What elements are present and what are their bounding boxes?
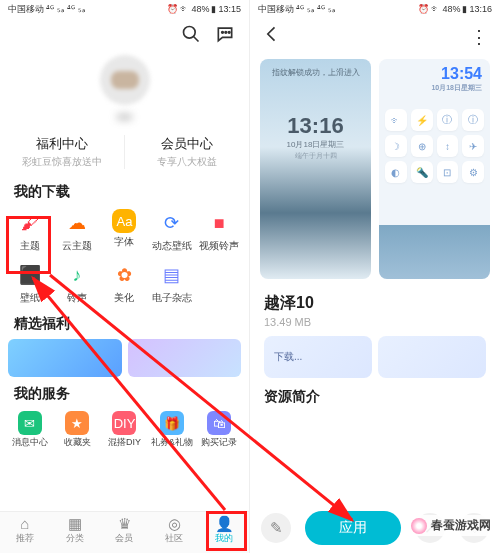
cc-time: 13:54 10月18日星期三 (431, 65, 482, 93)
download-item-beautify[interactable]: ✿美化 (101, 257, 148, 309)
nav-label: 推荐 (0, 532, 50, 545)
search-icon[interactable] (181, 24, 201, 49)
download-item-label: 电子杂志 (148, 291, 195, 305)
username: ••• (0, 109, 249, 125)
download-item-label: 字体 (101, 235, 148, 249)
welfare-title: 福利中心 (4, 135, 120, 153)
extra-card-2[interactable] (378, 336, 486, 378)
svg-line-1 (194, 37, 199, 42)
download-item-label: 壁纸 (6, 291, 53, 305)
screen-profile: 中国移动 ⁴ᴳ ₅ₐ ⁴ᴳ ₅ₐ ⏰ ᯤ 48% ▮ 13:15 ••• (0, 0, 250, 553)
cc-toggle: ⊡ (437, 161, 459, 183)
nav-category[interactable]: ▦分类 (50, 512, 100, 553)
download-item-label: 美化 (101, 291, 148, 305)
watermark: 春蚕游戏网 (406, 515, 496, 536)
back-icon[interactable] (262, 24, 282, 49)
community-icon: ◎ (149, 516, 199, 532)
cc-toggle: ⚡ (411, 109, 433, 131)
service-item-msg[interactable]: ✉消息中心 (6, 409, 53, 451)
lock-time: 13:16 (260, 113, 371, 139)
carrier-label: 中国移动 (258, 3, 294, 16)
svg-point-3 (225, 32, 227, 34)
svg-point-4 (228, 32, 230, 34)
download-item-video-ringtone[interactable]: ■视频铃声 (196, 205, 243, 257)
apply-button[interactable]: 应用 (305, 511, 401, 545)
cc-toggle: ⊕ (411, 135, 433, 157)
download-item-ringtone[interactable]: ♪铃声 (53, 257, 100, 309)
svg-point-0 (184, 27, 196, 39)
theme-size: 13.49 MB (250, 316, 500, 336)
theme-preview-controlcenter[interactable]: 13:54 10月18日星期三 ᯤ⚡ⓘⓘ☽⊕↕✈◐🔦⊡⚙ (379, 59, 490, 279)
ringtone-icon: ♪ (63, 261, 91, 289)
battery-pct: 48% (191, 4, 209, 14)
profile-block[interactable]: ••• (0, 53, 249, 129)
cc-toggle: 🔦 (411, 161, 433, 183)
status-time: 13:15 (218, 4, 241, 14)
member-center[interactable]: 会员中心 专享八大权益 (125, 135, 250, 169)
service-item-diy[interactable]: DIY混搭DIY (101, 409, 148, 451)
purchase-icon: 🛍 (207, 411, 231, 435)
extra-card-1[interactable]: 下载... (264, 336, 372, 378)
featured-banner-1[interactable] (8, 339, 122, 377)
chat-icon[interactable] (215, 24, 235, 49)
carrier-label: 中国移动 (8, 3, 44, 16)
status-bar: 中国移动 ⁴ᴳ ₅ₐ ⁴ᴳ ₅ₐ ⏰ ᯤ 48% ▮ 13:15 (0, 0, 249, 18)
intro-title: 资源简介 (250, 378, 500, 410)
cc-toggle: ☽ (385, 135, 407, 157)
section-downloads-title: 我的下载 (0, 177, 249, 205)
welfare-center[interactable]: 福利中心 彩虹豆惊喜放送中 (0, 135, 125, 169)
watermark-text: 春蚕游戏网 (431, 517, 491, 534)
cc-toggle: ✈ (462, 135, 484, 157)
lock-subdate: 端午于月十四 (260, 151, 371, 161)
status-time: 13:16 (469, 4, 492, 14)
service-item-gift[interactable]: 🎁礼券&礼物 (148, 409, 195, 451)
annotation-box-mine-tab (206, 511, 247, 551)
service-item-purchase[interactable]: 🛍购买记录 (196, 409, 243, 451)
download-item-label: 动态壁纸 (148, 239, 195, 253)
nav-member[interactable]: ♛会员 (100, 512, 150, 553)
theme-preview-lockscreen[interactable]: 指纹解锁成功，上滑进入 13:16 10月18日星期三 端午于月十四 (260, 59, 371, 279)
service-item-fav[interactable]: ★收藏夹 (53, 409, 100, 451)
nav-recommend[interactable]: ⌂推荐 (0, 512, 50, 553)
signal-icon: ⁴ᴳ ₅ₐ ⁴ᴳ ₅ₐ (296, 4, 336, 14)
download-item-font[interactable]: Aa字体 (101, 205, 148, 257)
nav-label: 分类 (50, 532, 100, 545)
cc-toggle: ᯤ (385, 109, 407, 131)
alarm-icon: ⏰ (167, 4, 178, 14)
service-item-label: 消息中心 (6, 436, 53, 449)
welfare-sub: 彩虹豆惊喜放送中 (4, 155, 120, 169)
member-sub: 专享八大权益 (129, 155, 246, 169)
magazine-icon: ▤ (158, 261, 186, 289)
featured-banner-2[interactable] (128, 339, 242, 377)
download-item-label: 云主题 (53, 239, 100, 253)
avatar (100, 55, 150, 105)
nav-label: 会员 (100, 532, 150, 545)
fav-icon: ★ (65, 411, 89, 435)
cc-toggle: ⓘ (462, 109, 484, 131)
svg-point-2 (222, 32, 224, 34)
download-item-magazine[interactable]: ▤电子杂志 (148, 257, 195, 309)
service-item-label: 礼券&礼物 (148, 436, 195, 449)
download-item-label: 铃声 (53, 291, 100, 305)
battery-icon: ▮ (462, 4, 467, 14)
cc-toggle: ⚙ (462, 161, 484, 183)
cloud-theme-icon: ☁ (63, 209, 91, 237)
cc-toggle: ◐ (385, 161, 407, 183)
download-item-cloud-theme[interactable]: ☁云主题 (53, 205, 100, 257)
alarm-icon: ⏰ (418, 4, 429, 14)
recommend-icon: ⌂ (0, 516, 50, 532)
more-icon[interactable]: ⋮ (470, 26, 488, 48)
nav-community[interactable]: ◎社区 (149, 512, 199, 553)
section-featured-title: 精选福利 (0, 309, 249, 337)
service-item-label: 混搭DIY (101, 436, 148, 449)
diy-icon: DIY (112, 411, 136, 435)
service-item-label: 收藏夹 (53, 436, 100, 449)
download-item-live-wallpaper[interactable]: ⟳动态壁纸 (148, 205, 195, 257)
msg-icon: ✉ (18, 411, 42, 435)
battery-pct: 48% (442, 4, 460, 14)
comment-icon[interactable]: ✎ (261, 513, 291, 543)
nav-label: 社区 (149, 532, 199, 545)
font-icon: Aa (112, 209, 136, 233)
download-item-label: 视频铃声 (196, 239, 243, 253)
service-item-label: 购买记录 (196, 436, 243, 449)
